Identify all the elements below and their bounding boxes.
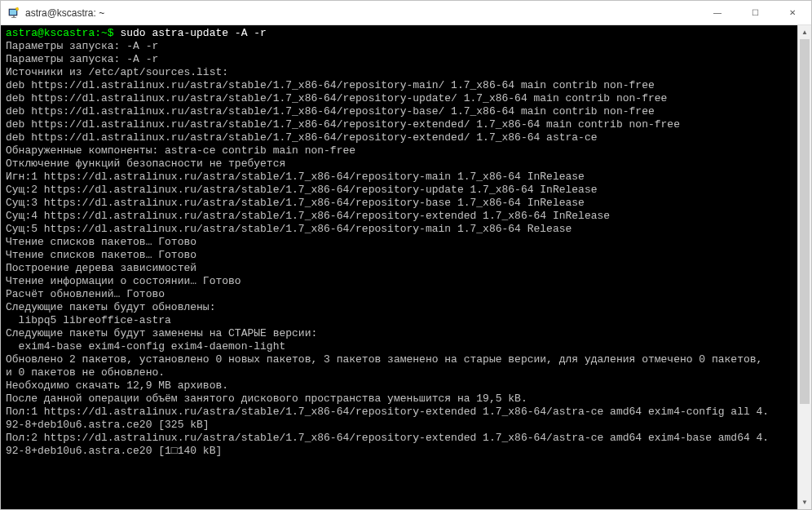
- terminal-line: Отключение функций безопасности не требу…: [6, 157, 792, 171]
- terminal-line: deb https://dl.astralinux.ru/astra/stabl…: [6, 105, 792, 118]
- window-title: astra@kscastra: ~: [25, 7, 699, 19]
- terminal-line: Пол:2 https://dl.astralinux.ru/astra/sta…: [6, 432, 792, 445]
- svg-rect-3: [11, 17, 16, 18]
- terminal-line: deb https://dl.astralinux.ru/astra/stabl…: [6, 92, 792, 105]
- svg-rect-1: [10, 10, 16, 15]
- terminal-line: Параметры запуска: -A -r: [6, 53, 792, 66]
- terminal-command: sudo astra-update -A -r: [120, 27, 266, 39]
- maximize-button[interactable]: ☐: [736, 1, 774, 24]
- titlebar[interactable]: astra@kscastra: ~ — ☐ ✕: [1, 1, 811, 25]
- scroll-thumb[interactable]: [800, 39, 810, 404]
- scrollbar[interactable]: ▲ ▼: [797, 25, 811, 509]
- terminal-line: Чтение списков пакетов… Готово: [6, 236, 792, 249]
- terminal-line: Сущ:2 https://dl.astralinux.ru/astra/sta…: [6, 184, 792, 197]
- svg-rect-2: [13, 16, 15, 17]
- terminal-prompt-line: astra@kscastra:~$ sudo astra-update -A -…: [6, 27, 792, 40]
- terminal-line: Следующие пакеты будут заменены на СТАРЫ…: [6, 327, 792, 340]
- terminal-line: Следующие пакеты будут обновлены:: [6, 301, 792, 314]
- terminal-line: exim4-base exim4-config exim4-daemon-lig…: [6, 340, 792, 353]
- putty-icon: [7, 7, 20, 20]
- terminal-line: deb https://dl.astralinux.ru/astra/stabl…: [6, 79, 792, 92]
- terminal-line: Построение дерева зависимостей: [6, 262, 792, 275]
- terminal-line: 92-8+deb10u6.astra.ce20 [325 kB]: [6, 419, 792, 432]
- terminal-line: Источники из /etc/apt/sources.list:: [6, 66, 792, 79]
- terminal-line: 92-8+deb10u6.astra.ce20 [1□140 kB]: [6, 445, 792, 458]
- close-button[interactable]: ✕: [774, 1, 811, 24]
- terminal-line: deb https://dl.astralinux.ru/astra/stabl…: [6, 118, 792, 131]
- titlebar-controls: — ☐ ✕: [699, 1, 811, 24]
- terminal-line: и 0 пакетов не обновлено.: [6, 366, 792, 379]
- terminal-line: Чтение списков пакетов… Готово: [6, 249, 792, 262]
- terminal-line: Параметры запуска: -A -r: [6, 40, 792, 53]
- terminal-area: astra@kscastra:~$ sudo astra-update -A -…: [1, 25, 811, 509]
- scroll-up-button[interactable]: ▲: [798, 25, 811, 39]
- terminal-line: Сущ:5 https://dl.astralinux.ru/astra/sta…: [6, 223, 792, 236]
- terminal[interactable]: astra@kscastra:~$ sudo astra-update -A -…: [1, 25, 797, 509]
- terminal-line: Игн:1 https://dl.astralinux.ru/astra/sta…: [6, 171, 792, 184]
- terminal-line: Сущ:4 https://dl.astralinux.ru/astra/sta…: [6, 210, 792, 223]
- terminal-line: Обновлено 2 пакетов, установлено 0 новых…: [6, 353, 792, 366]
- terminal-line: Необходимо скачать 12,9 MB архивов.: [6, 379, 792, 392]
- terminal-line: libpq5 libreoffice-astra: [6, 314, 792, 327]
- window: astra@kscastra: ~ — ☐ ✕ astra@kscastra:~…: [0, 0, 812, 510]
- scroll-track[interactable]: [798, 39, 811, 495]
- terminal-line: Обнаруженные компоненты: astra-ce contri…: [6, 144, 792, 157]
- scroll-down-button[interactable]: ▼: [798, 495, 811, 509]
- minimize-button[interactable]: —: [699, 1, 736, 24]
- terminal-line: Сущ:3 https://dl.astralinux.ru/astra/sta…: [6, 197, 792, 210]
- terminal-line: Расчёт обновлений… Готово: [6, 288, 792, 301]
- terminal-line: Пол:1 https://dl.astralinux.ru/astra/sta…: [6, 406, 792, 419]
- terminal-line: deb https://dl.astralinux.ru/astra/stabl…: [6, 131, 792, 144]
- terminal-line: После данной операции объём занятого дис…: [6, 392, 792, 406]
- terminal-line: Чтение информации о состоянии… Готово: [6, 275, 792, 288]
- terminal-prompt: astra@kscastra:~$: [6, 27, 114, 39]
